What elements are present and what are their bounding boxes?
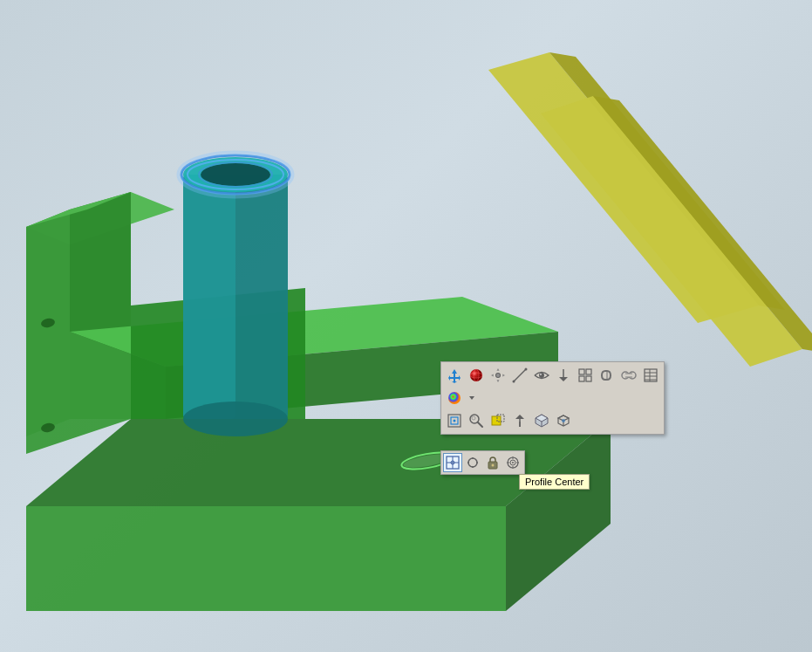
toolbar-btn-colorball[interactable]	[444, 388, 465, 408]
svg-rect-20	[183, 175, 235, 419]
toolbar-btn-move[interactable]	[444, 365, 465, 386]
toolbar-btn-cube2[interactable]	[553, 410, 574, 431]
svg-rect-45	[579, 376, 584, 381]
svg-rect-44	[586, 369, 591, 374]
svg-point-65	[472, 416, 475, 420]
toolbar-btn-arrow-down[interactable]	[553, 365, 574, 386]
toolbar-btn-eye[interactable]	[531, 365, 552, 386]
3d-viewport	[0, 0, 812, 652]
svg-point-39	[539, 373, 544, 378]
svg-rect-50	[625, 374, 632, 377]
toolbar-row-1	[444, 365, 661, 386]
mini-btn-circle[interactable]	[463, 453, 482, 472]
svg-marker-2	[541, 96, 802, 367]
svg-rect-46	[586, 376, 591, 381]
toolbar-btn-magnify[interactable]	[466, 410, 487, 431]
toolbar-btn-grid[interactable]	[575, 365, 596, 386]
yellow-struts	[488, 52, 812, 367]
toolbar-btn-chain1[interactable]	[597, 365, 618, 386]
toolbar-btn-sphere[interactable]	[466, 365, 487, 386]
svg-point-40	[540, 374, 542, 375]
svg-point-84	[472, 466, 474, 468]
svg-rect-43	[579, 369, 584, 374]
mini-btn-profile-center[interactable]	[443, 453, 462, 472]
toolbar-btn-dropdown[interactable]	[466, 388, 478, 408]
toolbar-btn-snap[interactable]	[444, 410, 465, 431]
toolbar-row-3	[444, 410, 661, 431]
svg-point-62	[454, 420, 456, 422]
svg-point-85	[467, 462, 469, 463]
svg-point-86	[476, 462, 478, 463]
tooltip-text: Profile Center	[525, 477, 583, 487]
svg-marker-42	[559, 377, 568, 381]
svg-line-64	[478, 422, 482, 427]
svg-marker-69	[515, 415, 524, 419]
svg-point-77	[562, 419, 565, 422]
mini-toolbar	[440, 450, 525, 475]
svg-marker-30	[448, 369, 461, 383]
svg-rect-66	[492, 416, 501, 425]
svg-point-35	[496, 374, 500, 377]
svg-point-88	[492, 464, 495, 467]
toolbar-btn-chain2[interactable]	[618, 365, 639, 386]
svg-point-58	[448, 392, 461, 404]
svg-point-37	[513, 381, 515, 383]
toolbar-btn-yellow-box[interactable]	[488, 410, 508, 431]
svg-point-38	[525, 368, 528, 371]
toolbar-btn-table[interactable]	[640, 365, 661, 386]
svg-marker-59	[469, 396, 474, 400]
toolbar-btn-settings[interactable]	[488, 365, 508, 386]
main-toolbar	[440, 361, 665, 435]
svg-point-31	[470, 369, 482, 381]
mini-btn-camera[interactable]	[503, 453, 522, 472]
profile-center-tooltip: Profile Center	[519, 474, 590, 490]
svg-point-82	[468, 458, 477, 467]
svg-point-22	[201, 163, 270, 186]
svg-line-36	[514, 369, 526, 381]
svg-point-23	[183, 401, 288, 436]
toolbar-row-2	[444, 388, 661, 408]
mini-btn-lock[interactable]	[483, 453, 502, 472]
svg-marker-5	[26, 506, 506, 611]
toolbar-btn-arrow-up2[interactable]	[509, 410, 530, 431]
svg-point-83	[472, 457, 474, 459]
toolbar-btn-line[interactable]	[509, 365, 530, 386]
svg-point-91	[512, 462, 514, 463]
toolbar-btn-cube1[interactable]	[531, 410, 552, 431]
